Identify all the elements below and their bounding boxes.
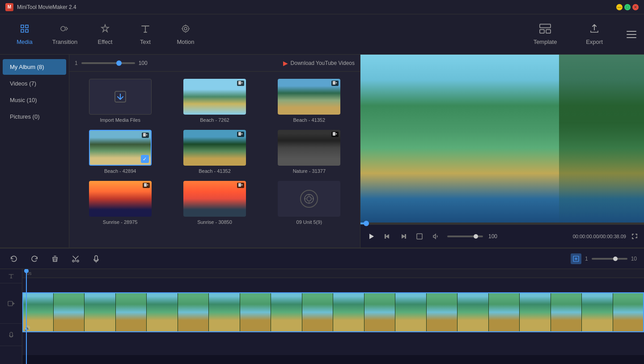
media-item-09-unit-5[interactable]: 09 Unit 5(9) — [266, 181, 353, 225]
volume-thumb — [474, 234, 478, 239]
film-frame-18 — [551, 292, 582, 332]
text-label: Text — [140, 39, 151, 45]
svg-marker-16 — [336, 133, 337, 135]
time-display: 00:00:00.00/00:00:38.09 — [573, 234, 626, 239]
timeline-playhead[interactable] — [26, 269, 27, 364]
template-icon — [539, 23, 551, 36]
import-label: Import Media Files — [100, 117, 140, 123]
svg-marker-12 — [146, 134, 148, 136]
video-badge-3 — [142, 133, 149, 138]
unit-thumb-icon — [300, 190, 318, 208]
audio-indicator-icon: 🔊 — [24, 325, 30, 331]
svg-marker-8 — [242, 82, 243, 84]
selected-checkmark: ✓ — [141, 155, 149, 163]
media-item-beach-41352b[interactable]: Beach - 41352 — [171, 130, 258, 174]
voice-button[interactable] — [89, 252, 103, 266]
film-frame-5 — [147, 292, 178, 332]
timeline-area: 1 10 0s — [0, 248, 644, 364]
svg-rect-13 — [238, 132, 241, 136]
motion-label: Motion — [177, 39, 194, 45]
video-badge-2 — [331, 81, 339, 86]
text-icon — [140, 23, 151, 36]
step-back-button[interactable] — [381, 230, 394, 243]
video-badge-5 — [331, 132, 339, 137]
toolbar-text[interactable]: Text — [125, 17, 165, 52]
preview-controls: 100 00:00:00.00/00:00:38.09 — [360, 224, 644, 248]
media-item-nature-31377[interactable]: Nature - 31377 — [266, 130, 353, 174]
play-button[interactable] — [365, 230, 377, 243]
motion-icon — [180, 23, 191, 36]
timeline-toolbar: 1 10 — [0, 248, 644, 269]
transition-icon — [59, 23, 70, 36]
time-total: 00:00:38.09 — [600, 234, 626, 239]
video-track[interactable]: 🔊 — [22, 292, 644, 333]
delete-button[interactable] — [48, 252, 62, 266]
import-thumb — [89, 79, 152, 115]
hamburger-button[interactable] — [623, 17, 640, 52]
tl-zoom-max: 10 — [631, 256, 637, 262]
film-frame-9 — [271, 292, 302, 332]
sidebar-item-videos[interactable]: Videos (7) — [3, 76, 66, 91]
effect-icon — [100, 23, 110, 36]
crop-button[interactable] — [413, 230, 426, 243]
svg-point-29 — [72, 260, 74, 262]
main-area: My Album (8) Videos (7) Music (10) Pictu… — [0, 55, 644, 248]
toolbar-media[interactable]: Media — [4, 17, 45, 52]
media-item-beach-41352a[interactable]: Beach - 41352 — [266, 79, 353, 123]
sidebar-item-music[interactable]: Music (10) — [3, 92, 66, 108]
hamburger-line-2 — [627, 34, 636, 35]
svg-rect-15 — [333, 132, 335, 136]
step-forward-button[interactable] — [397, 230, 410, 243]
toolbar-template[interactable]: Template — [525, 17, 565, 52]
timeline-content: 0s — [0, 269, 644, 364]
film-frame-15 — [458, 292, 489, 332]
media-item-beach-7262[interactable]: Beach - 7262 — [171, 79, 258, 123]
close-button[interactable]: ✕ — [632, 4, 639, 10]
toolbar-export[interactable]: Export — [574, 17, 614, 52]
svg-rect-4 — [540, 30, 544, 33]
svg-rect-7 — [238, 81, 241, 85]
beach-41352a-label: Beach - 41352 — [293, 117, 326, 123]
audio-track[interactable] — [22, 333, 644, 355]
volume-button[interactable] — [429, 230, 442, 243]
timeline-zoom-icon[interactable] — [571, 253, 581, 264]
video-badge — [237, 81, 244, 86]
media-item-beach-42894[interactable]: ✓ Beach - 42894 — [76, 130, 164, 174]
preview-progress-bar[interactable] — [360, 223, 644, 224]
toolbar-motion[interactable]: Motion — [165, 17, 206, 52]
film-frame-17 — [520, 292, 551, 332]
cut-button[interactable] — [69, 252, 82, 266]
svg-point-0 — [61, 26, 65, 31]
film-frame-4 — [116, 292, 147, 332]
hamburger-line-3 — [627, 37, 636, 38]
film-frame-20 — [613, 292, 644, 332]
text-track-label — [0, 269, 22, 283]
undo-button[interactable] — [7, 252, 21, 266]
sidebar: My Album (8) Videos (7) Music (10) Pictu… — [0, 55, 69, 248]
zoom-value-label: 100 — [139, 60, 148, 66]
title-bar: M MiniTool MovieMaker 2.4 — □ ✕ — [0, 0, 644, 14]
minimize-button[interactable]: — — [616, 4, 623, 10]
download-youtube-button[interactable]: ▶ Download YouTube Videos — [283, 60, 355, 67]
media-grid: Import Media Files Beach - 7262 Be — [69, 72, 360, 232]
toolbar-transition[interactable]: Transition — [45, 17, 85, 52]
media-item-sunrise-30850[interactable]: Sunrise - 30850 — [171, 181, 258, 225]
media-item-sunrise-28975[interactable]: Sunrise - 28975 — [76, 181, 164, 225]
volume-slider[interactable] — [447, 236, 483, 237]
svg-marker-26 — [402, 234, 405, 239]
text-track[interactable] — [22, 278, 644, 292]
toolbar-effect[interactable]: Effect — [85, 17, 125, 52]
media-item-import[interactable]: Import Media Files — [76, 79, 164, 123]
timeline-track-labels — [0, 269, 22, 364]
fullscreen-button[interactable] — [630, 231, 640, 241]
maximize-button[interactable]: □ — [624, 4, 631, 10]
zoom-slider[interactable] — [81, 62, 135, 64]
redo-button[interactable] — [28, 252, 41, 266]
sidebar-item-pictures[interactable]: Pictures (0) — [3, 109, 66, 124]
sidebar-item-my-album[interactable]: My Album (8) — [3, 59, 66, 75]
sidebar-pictures-label: Pictures — [10, 113, 33, 120]
zoom-thumb — [116, 60, 122, 66]
svg-rect-25 — [385, 234, 386, 239]
timeline-zoom-slider[interactable] — [592, 258, 627, 260]
timeline-tracks: 0s — [22, 269, 644, 364]
